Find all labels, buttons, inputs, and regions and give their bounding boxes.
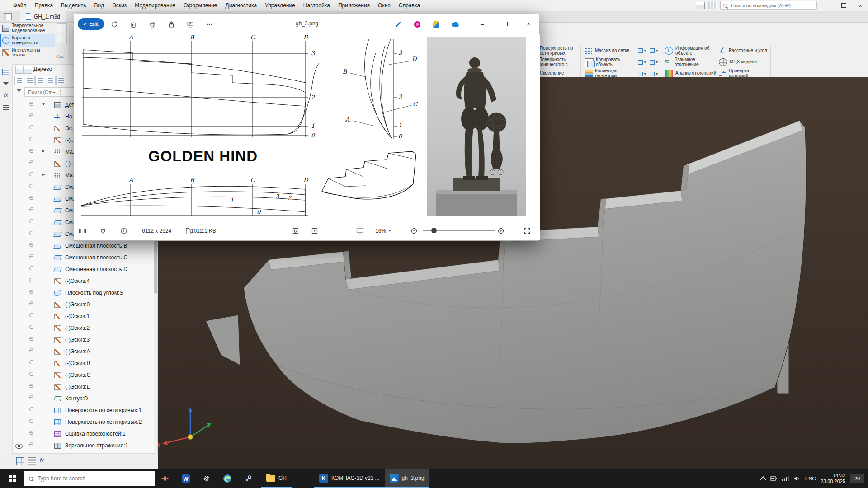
tree-toolbar-button[interactable] — [56, 76, 66, 85]
expand-arrow-icon[interactable] — [42, 172, 48, 177]
zoom-slider-thumb[interactable] — [431, 228, 437, 233]
visibility-eye-icon[interactable] — [15, 420, 22, 424]
visibility-eye-icon[interactable] — [15, 361, 22, 366]
menu-item[interactable]: Настройка — [299, 0, 334, 11]
workset-side-button[interactable] — [57, 23, 67, 33]
visibility-eye-icon[interactable] — [15, 221, 22, 225]
tree-filter-icon[interactable] — [17, 89, 21, 92]
display-mode-button[interactable] — [354, 225, 365, 236]
word-button[interactable]: W — [175, 469, 196, 488]
slideshow-button[interactable] — [184, 19, 196, 30]
menu-item[interactable]: Вид — [90, 0, 108, 11]
workset-sketch-tools[interactable]: Инструменты эскиза — [0, 47, 55, 59]
delete-button[interactable] — [127, 19, 139, 30]
actual-size-button[interactable] — [309, 225, 320, 236]
print-button[interactable] — [146, 19, 158, 30]
tree-scrollbar-thumb[interactable] — [154, 239, 157, 294]
visibility-eye-icon[interactable] — [15, 397, 22, 401]
edit-external-icon[interactable] — [392, 19, 404, 30]
tree-item[interactable]: (-)Эскиз:C — [13, 369, 154, 381]
volume-icon[interactable] — [793, 475, 801, 482]
photos-viewer-window[interactable]: Edit gh_3.png — [74, 14, 539, 241]
variables-panel-button[interactable]: fx — [2, 91, 10, 99]
tree-item[interactable]: Зеркальное отражение:1 — [13, 440, 154, 451]
ribbon-mini-button[interactable] — [637, 57, 647, 67]
edge-button[interactable] — [217, 469, 238, 488]
tree-item[interactable]: (-)Эскиз:D — [13, 381, 154, 393]
filter-panel-button[interactable] — [2, 80, 10, 88]
tree-item[interactable]: Смещенная плоскость:B — [13, 240, 154, 252]
share-button[interactable] — [165, 19, 177, 30]
ribbon-mini-button[interactable] — [648, 57, 659, 67]
tree-panel-button[interactable] — [2, 68, 10, 76]
tree-mode-icon[interactable] — [24, 66, 32, 74]
visibility-eye-icon[interactable] — [15, 314, 22, 319]
photo-image[interactable]: A B C D 3 2 1 0 A B C D 1 3 2 0 B — [74, 34, 540, 222]
variables-button[interactable]: fx — [40, 457, 44, 464]
app-close-button[interactable]: × — [854, 0, 867, 10]
zoom-in-button[interactable] — [495, 225, 506, 236]
visibility-eye-icon[interactable] — [15, 350, 22, 354]
visibility-eye-icon[interactable] — [15, 267, 22, 272]
window-maximize-button[interactable] — [495, 14, 515, 33]
visibility-eye-icon[interactable] — [15, 232, 22, 236]
filmstrip-button[interactable] — [77, 225, 88, 236]
menu-item[interactable]: Правка — [31, 0, 57, 11]
visibility-eye-icon[interactable] — [15, 162, 22, 166]
visibility-eye-icon[interactable] — [15, 209, 22, 213]
menu-item[interactable]: Выделить — [57, 0, 90, 11]
visibility-eye-icon[interactable] — [15, 256, 22, 260]
visibility-eye-icon[interactable] — [15, 174, 22, 178]
app-maximize-button[interactable] — [837, 0, 850, 10]
favorite-heart-button[interactable] — [98, 225, 108, 236]
start-button[interactable] — [0, 469, 24, 488]
expand-arrow-icon[interactable] — [42, 101, 48, 106]
app-minimize-button[interactable]: – — [820, 0, 834, 10]
visibility-eye-icon[interactable] — [15, 103, 22, 107]
tree-toolbar-button[interactable] — [25, 76, 35, 85]
tray-chevron-up-icon[interactable] — [760, 476, 766, 482]
fullscreen-button[interactable] — [522, 225, 533, 236]
ribbon-button-distance-angle[interactable]: Расстояние и угол — [718, 46, 769, 56]
panels-toggle-icon[interactable] — [4, 13, 12, 20]
tree-item[interactable]: Смещенная плоскость:D — [13, 263, 154, 275]
visibility-eye-icon[interactable] — [15, 432, 22, 436]
workset-solid-modeling[interactable]: Твердотельное моделирование — [0, 22, 55, 34]
onedrive-cloud-icon[interactable] — [449, 19, 461, 30]
paint3d-icon[interactable] — [411, 19, 423, 30]
ribbon-button-copy-objects[interactable]: Копировать объекты — [584, 57, 637, 67]
network-icon[interactable] — [782, 475, 789, 482]
taskbar-search-input[interactable] — [37, 475, 138, 482]
tree-item[interactable]: Плоскость под углом:S — [13, 287, 154, 299]
language-indicator[interactable]: ENG — [805, 476, 816, 481]
visibility-eye-icon[interactable] — [15, 279, 22, 283]
menu-item[interactable]: Справка — [395, 0, 424, 11]
menu-panel-button[interactable] — [2, 103, 10, 111]
menu-item[interactable]: Управление — [261, 0, 299, 11]
action-center-badge[interactable]: 20 — [850, 474, 864, 483]
tree-item[interactable]: Смещенная плоскость:C — [13, 252, 154, 263]
taskbar-photos-app[interactable]: gh_3.png — [385, 469, 429, 488]
visibility-eye-icon[interactable] — [15, 338, 22, 342]
ribbon-mini-button[interactable] — [648, 46, 659, 56]
tree-item[interactable]: Поверхность по сети кривых:1 — [13, 404, 154, 416]
info-button[interactable] — [118, 225, 129, 236]
menu-item[interactable]: Файл — [9, 0, 31, 11]
ribbon-mini-button[interactable] — [637, 46, 647, 56]
tree-item[interactable]: (-)Эскиз:4 — [13, 275, 154, 287]
ribbon-button-mutual-deviation[interactable]: Взаимное отклонение — [664, 57, 719, 67]
visibility-eye-icon[interactable] — [15, 197, 22, 201]
menu-item[interactable]: Окно — [374, 0, 395, 11]
tree-mode-icon[interactable] — [15, 66, 24, 74]
tree-item[interactable]: Поверхность по сети кривых:2 — [13, 416, 154, 428]
command-search[interactable] — [720, 1, 817, 10]
taskbar-clock[interactable]: 14:32 23.08.2025 — [821, 473, 845, 484]
steam-button[interactable] — [238, 469, 259, 488]
ribbon-button-object-info[interactable]: Информация об объекте — [664, 46, 719, 56]
edit-button[interactable]: Edit — [78, 18, 104, 30]
taskbar-kompas-app[interactable]: K КОМПАС-3D v23 ... — [314, 469, 385, 488]
tree-item[interactable]: (-)Эскиз:1 — [13, 310, 154, 322]
workset-wireframe-surfaces[interactable]: Каркас и поверхности — [0, 34, 55, 47]
tree-toolbar-button[interactable] — [35, 76, 45, 85]
visibility-eye-icon[interactable] — [15, 326, 22, 330]
